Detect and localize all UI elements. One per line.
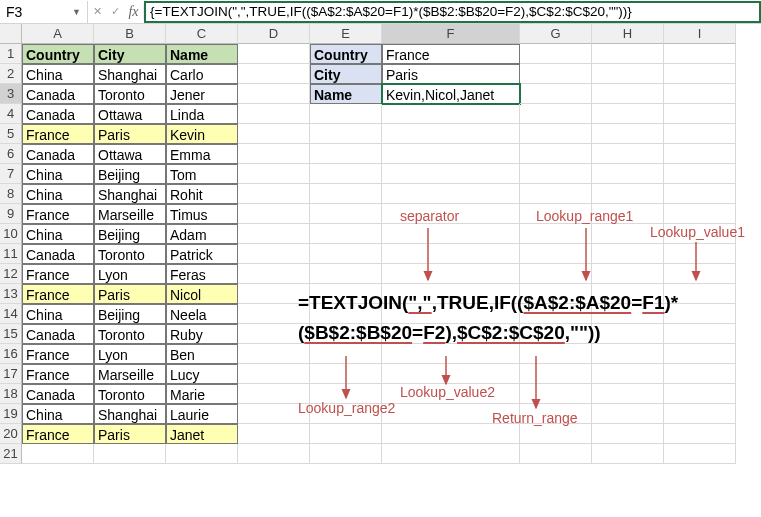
row-header-3[interactable]: 3 (0, 84, 22, 104)
cell-B1[interactable]: City (94, 44, 166, 64)
cell-F1[interactable]: France (382, 44, 520, 64)
cell-C5[interactable]: Kevin (166, 124, 238, 144)
cell-D5[interactable] (238, 124, 310, 144)
cell-A12[interactable]: France (22, 264, 94, 284)
row-header-21[interactable]: 21 (0, 444, 22, 464)
cell-D1[interactable] (238, 44, 310, 64)
cell-C7[interactable]: Tom (166, 164, 238, 184)
row-header-11[interactable]: 11 (0, 244, 22, 264)
cell-A2[interactable]: China (22, 64, 94, 84)
row-header-20[interactable]: 20 (0, 424, 22, 444)
cell-A3[interactable]: Canada (22, 84, 94, 104)
row-header-4[interactable]: 4 (0, 104, 22, 124)
cell-G5[interactable] (520, 124, 592, 144)
col-header-H[interactable]: H (592, 24, 664, 44)
cell-E1[interactable]: Country (310, 44, 382, 64)
cell-F5[interactable] (382, 124, 520, 144)
cell-H1[interactable] (592, 44, 664, 64)
cell-B18[interactable]: Toronto (94, 384, 166, 404)
cell-B10[interactable]: Beijing (94, 224, 166, 244)
cell-C11[interactable]: Patrick (166, 244, 238, 264)
cell-H6[interactable] (592, 144, 664, 164)
cell-B4[interactable]: Ottawa (94, 104, 166, 124)
cell-G2[interactable] (520, 64, 592, 84)
cell-C4[interactable]: Linda (166, 104, 238, 124)
cell-F2[interactable]: Paris (382, 64, 520, 84)
cell-A18[interactable]: Canada (22, 384, 94, 404)
cell-B17[interactable]: Marseille (94, 364, 166, 384)
cell-B11[interactable]: Toronto (94, 244, 166, 264)
cell-I2[interactable] (664, 64, 736, 84)
cell-A14[interactable]: China (22, 304, 94, 324)
cell-A20[interactable]: France (22, 424, 94, 444)
cell-I6[interactable] (664, 144, 736, 164)
row-header-7[interactable]: 7 (0, 164, 22, 184)
cell-A7[interactable]: China (22, 164, 94, 184)
cell-B9[interactable]: Marseille (94, 204, 166, 224)
cell-B12[interactable]: Lyon (94, 264, 166, 284)
cell-C15[interactable]: Ruby (166, 324, 238, 344)
row-header-8[interactable]: 8 (0, 184, 22, 204)
cell-F6[interactable] (382, 144, 520, 164)
row-header-5[interactable]: 5 (0, 124, 22, 144)
cell-B8[interactable]: Shanghai (94, 184, 166, 204)
row-header-14[interactable]: 14 (0, 304, 22, 324)
cell-C12[interactable]: Feras (166, 264, 238, 284)
cell-C13[interactable]: Nicol (166, 284, 238, 304)
cell-H5[interactable] (592, 124, 664, 144)
cell-E4[interactable] (310, 104, 382, 124)
cell-D6[interactable] (238, 144, 310, 164)
cell-A4[interactable]: Canada (22, 104, 94, 124)
cell-C3[interactable]: Jener (166, 84, 238, 104)
name-box[interactable]: F3 ▼ (0, 1, 88, 23)
row-header-15[interactable]: 15 (0, 324, 22, 344)
cell-G4[interactable] (520, 104, 592, 124)
col-header-I[interactable]: I (664, 24, 736, 44)
cell-C10[interactable]: Adam (166, 224, 238, 244)
cell-C1[interactable]: Name (166, 44, 238, 64)
row-header-19[interactable]: 19 (0, 404, 22, 424)
row-header-12[interactable]: 12 (0, 264, 22, 284)
col-header-F[interactable]: F (382, 24, 520, 44)
row-header-13[interactable]: 13 (0, 284, 22, 304)
cell-C14[interactable]: Neela (166, 304, 238, 324)
cell-A16[interactable]: France (22, 344, 94, 364)
cell-A17[interactable]: France (22, 364, 94, 384)
cell-C16[interactable]: Ben (166, 344, 238, 364)
cell-B16[interactable]: Lyon (94, 344, 166, 364)
cell-E3[interactable]: Name (310, 84, 382, 104)
cell-D3[interactable] (238, 84, 310, 104)
cell-F4[interactable] (382, 104, 520, 124)
cell-A21[interactable] (22, 444, 94, 464)
cell-I3[interactable] (664, 84, 736, 104)
cell-C9[interactable]: Timus (166, 204, 238, 224)
row-header-10[interactable]: 10 (0, 224, 22, 244)
row-header-2[interactable]: 2 (0, 64, 22, 84)
cell-B7[interactable]: Beijing (94, 164, 166, 184)
formula-input[interactable]: {=TEXTJOIN(",",TRUE,IF(($A$2:$A$20=F1)*(… (144, 1, 761, 23)
cell-A13[interactable]: France (22, 284, 94, 304)
cell-C2[interactable]: Carlo (166, 64, 238, 84)
col-header-D[interactable]: D (238, 24, 310, 44)
cell-C18[interactable]: Marie (166, 384, 238, 404)
col-header-G[interactable]: G (520, 24, 592, 44)
cell-A5[interactable]: France (22, 124, 94, 144)
cell-A6[interactable]: Canada (22, 144, 94, 164)
cell-B21[interactable] (94, 444, 166, 464)
select-all-corner[interactable] (0, 24, 22, 44)
cell-B19[interactable]: Shanghai (94, 404, 166, 424)
cancel-icon[interactable]: ✕ (88, 5, 106, 18)
row-header-18[interactable]: 18 (0, 384, 22, 404)
col-header-A[interactable]: A (22, 24, 94, 44)
cell-B6[interactable]: Ottawa (94, 144, 166, 164)
cell-C6[interactable]: Emma (166, 144, 238, 164)
cell-C21[interactable] (166, 444, 238, 464)
cell-G3[interactable] (520, 84, 592, 104)
cell-B15[interactable]: Toronto (94, 324, 166, 344)
cell-G1[interactable] (520, 44, 592, 64)
col-header-E[interactable]: E (310, 24, 382, 44)
cell-F3[interactable]: Kevin,Nicol,Janet (382, 84, 520, 104)
cell-A9[interactable]: France (22, 204, 94, 224)
cell-A19[interactable]: China (22, 404, 94, 424)
fx-icon[interactable]: fx (124, 4, 144, 20)
